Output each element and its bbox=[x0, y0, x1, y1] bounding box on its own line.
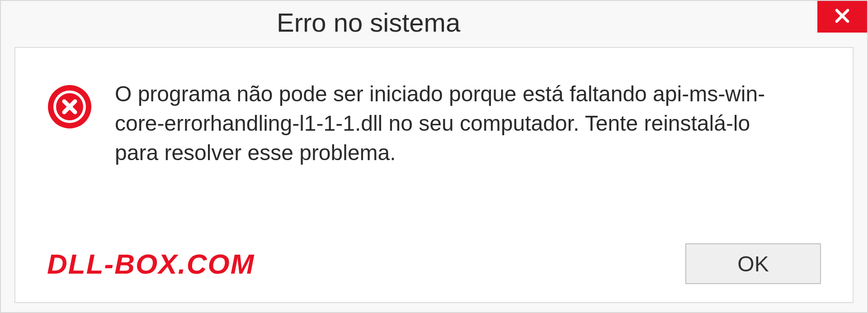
ok-button[interactable]: OK bbox=[685, 243, 821, 284]
close-button[interactable] bbox=[817, 1, 867, 33]
dialog-title: Erro no sistema bbox=[1, 1, 460, 38]
message-row: O programa não pode ser iniciado porque … bbox=[47, 80, 821, 167]
titlebar: Erro no sistema bbox=[1, 1, 867, 43]
error-dialog: Erro no sistema bbox=[0, 0, 868, 313]
error-message: O programa não pode ser iniciado porque … bbox=[115, 80, 793, 167]
close-icon bbox=[833, 6, 852, 27]
error-icon bbox=[47, 80, 92, 131]
watermark-text: DLL-BOX.COM bbox=[47, 248, 255, 280]
content-box: O programa não pode ser iniciado porque … bbox=[14, 47, 854, 303]
content-wrap: O programa não pode ser iniciado porque … bbox=[1, 43, 867, 312]
footer-row: DLL-BOX.COM OK bbox=[47, 243, 821, 284]
